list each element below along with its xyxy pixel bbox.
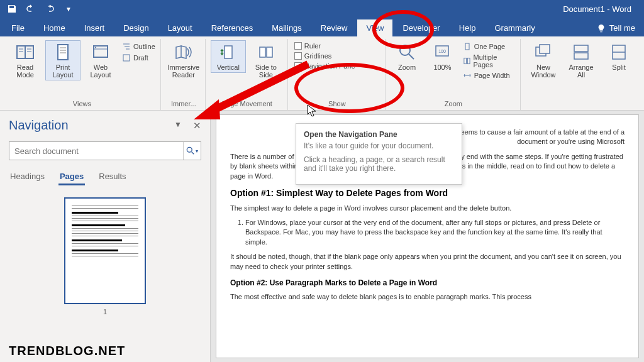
quick-access-toolbar: ▼ <box>5 2 75 16</box>
nav-tab-pages[interactable]: Pages <box>58 169 85 185</box>
tab-help[interactable]: Help <box>450 19 485 36</box>
group-window-label <box>580 99 582 109</box>
tab-review[interactable]: Review <box>312 19 357 36</box>
svg-point-12 <box>95 47 96 48</box>
ribbon: Read Mode Print Layout Web Layout Outlin… <box>0 36 644 111</box>
zoom-icon <box>397 42 417 62</box>
gridlines-checkbox[interactable]: Gridlines <box>293 52 381 60</box>
tab-design[interactable]: Design <box>114 19 157 36</box>
svg-rect-26 <box>467 58 470 63</box>
tell-me-search[interactable]: Tell me <box>588 19 644 36</box>
page-thumbnail[interactable] <box>64 197 146 304</box>
tab-home[interactable]: Home <box>35 19 74 36</box>
svg-rect-30 <box>574 53 588 59</box>
group-window: New Window Arrange All Split <box>522 39 640 110</box>
tab-mailings[interactable]: Mailings <box>263 19 311 36</box>
navigation-pane-title: Navigation <box>9 118 69 133</box>
group-views-label: Views <box>73 99 91 109</box>
tab-insert[interactable]: Insert <box>75 19 114 36</box>
redo-icon[interactable] <box>43 2 57 16</box>
zoom-100-icon: 100 <box>432 42 452 62</box>
draft-button[interactable]: Draft <box>121 53 157 63</box>
read-mode-button[interactable]: Read Mode <box>8 40 43 80</box>
print-layout-button[interactable]: Print Layout <box>45 40 80 80</box>
zoom-button[interactable]: Zoom <box>391 40 423 73</box>
save-icon[interactable] <box>5 2 19 16</box>
vertical-label: Vertical <box>217 63 240 71</box>
new-window-label: New Window <box>528 63 559 79</box>
tab-grammarly[interactable]: Grammarly <box>486 19 543 36</box>
svg-rect-17 <box>225 46 232 58</box>
outline-icon <box>122 42 131 51</box>
immersive-reader-label: Immersive Reader <box>168 63 200 79</box>
web-layout-label: Web Layout <box>85 63 116 79</box>
arrange-all-label: Arrange All <box>565 63 597 79</box>
arrange-all-icon <box>571 42 591 62</box>
zoom-100-button[interactable]: 100 100% <box>426 40 458 73</box>
search-icon <box>186 146 195 155</box>
page-width-icon <box>463 71 472 80</box>
immersive-reader-button[interactable]: Immersive Reader <box>166 40 201 80</box>
doc-paragraph: The simplest way to delete a page in Wor… <box>230 204 625 213</box>
web-layout-icon <box>91 42 111 62</box>
svg-rect-25 <box>464 58 466 63</box>
svg-point-20 <box>400 45 410 55</box>
nav-pane-dropdown-icon[interactable]: ▼ <box>174 120 182 131</box>
checkbox-icon <box>294 42 302 50</box>
outline-button[interactable]: Outline <box>121 41 157 52</box>
read-mode-icon <box>15 42 35 62</box>
svg-rect-28 <box>540 45 550 53</box>
tell-me-label: Tell me <box>609 23 635 33</box>
new-window-button[interactable]: New Window <box>526 40 561 80</box>
watermark: TRENDBLOG.NET <box>9 344 125 358</box>
svg-rect-29 <box>574 45 588 52</box>
multiple-pages-button[interactable]: Multiple Pages <box>462 53 516 69</box>
nav-pane-tabs: Headings Pages Results <box>9 169 201 186</box>
zoom-100-label: 100% <box>433 63 451 71</box>
svg-rect-19 <box>267 47 272 57</box>
thumbnail-number: 1 <box>103 308 107 315</box>
group-page-movement: Vertical Side to Side Page Movement <box>207 39 288 110</box>
tooltip-body: Click a heading, a page, or a search res… <box>304 155 454 173</box>
tab-file[interactable]: File <box>3 19 33 36</box>
group-views: Read Mode Print Layout Web Layout Outlin… <box>4 39 161 110</box>
svg-rect-18 <box>260 47 265 57</box>
group-page-movement-label: Page Movement <box>222 99 272 109</box>
search-input[interactable] <box>9 146 183 156</box>
print-layout-label: Print Layout <box>47 63 79 79</box>
page-width-button[interactable]: Page Width <box>462 70 516 80</box>
qat-dropdown-icon[interactable]: ▼ <box>62 2 75 16</box>
nav-tab-headings[interactable]: Headings <box>9 169 46 185</box>
tooltip-title: Open the Navigation Pane <box>304 130 454 139</box>
svg-line-34 <box>192 152 194 155</box>
thumbnail-area: 1 <box>9 194 201 315</box>
side-to-side-button[interactable]: Side to Side <box>248 40 284 80</box>
group-show-label: Show <box>328 99 346 109</box>
undo-icon[interactable] <box>24 2 38 16</box>
nav-pane-close-icon[interactable]: ✕ <box>193 120 201 131</box>
search-box: ▾ <box>9 141 201 160</box>
title-bar: ▼ Document1 - Word <box>0 0 644 18</box>
chevron-down-icon: ▾ <box>196 148 198 154</box>
multiple-pages-icon <box>463 57 471 65</box>
tab-references[interactable]: References <box>203 19 262 36</box>
group-show: Ruler Gridlines ✓Navigation Pane Show <box>289 39 386 110</box>
navigation-pane-checkbox[interactable]: ✓Navigation Pane <box>293 62 381 70</box>
web-layout-button[interactable]: Web Layout <box>83 40 118 80</box>
search-button[interactable]: ▾ <box>183 142 201 160</box>
split-button[interactable]: Split <box>601 40 636 73</box>
nav-tab-results[interactable]: Results <box>97 169 127 185</box>
one-page-button[interactable]: One Page <box>462 41 516 52</box>
tab-layout[interactable]: Layout <box>159 19 201 36</box>
ruler-checkbox[interactable]: Ruler <box>293 41 381 50</box>
svg-line-21 <box>409 54 414 59</box>
doc-list-item: For Windows, place your cursor at the ve… <box>245 218 625 247</box>
tab-developer[interactable]: Developer <box>394 19 448 36</box>
doc-paragraph: It should be noted, though, that if the … <box>230 252 625 272</box>
tab-view[interactable]: View <box>357 19 392 36</box>
svg-text:100: 100 <box>439 49 447 53</box>
print-layout-icon <box>53 42 73 62</box>
split-label: Split <box>612 63 625 71</box>
vertical-button[interactable]: Vertical <box>211 40 246 73</box>
arrange-all-button[interactable]: Arrange All <box>564 40 599 80</box>
